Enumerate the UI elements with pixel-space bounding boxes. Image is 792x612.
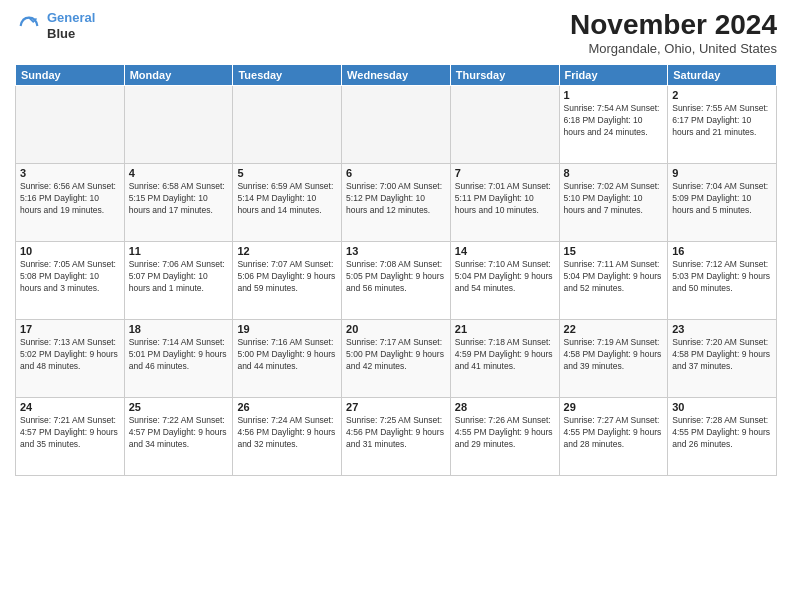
day-number: 30 [672, 401, 772, 413]
calendar-cell [342, 85, 451, 163]
calendar-cell: 5Sunrise: 6:59 AM Sunset: 5:14 PM Daylig… [233, 163, 342, 241]
calendar-cell: 12Sunrise: 7:07 AM Sunset: 5:06 PM Dayli… [233, 241, 342, 319]
calendar-week-row: 17Sunrise: 7:13 AM Sunset: 5:02 PM Dayli… [16, 319, 777, 397]
calendar-cell [450, 85, 559, 163]
day-info: Sunrise: 7:19 AM Sunset: 4:58 PM Dayligh… [564, 337, 664, 373]
day-number: 8 [564, 167, 664, 179]
day-info: Sunrise: 7:01 AM Sunset: 5:11 PM Dayligh… [455, 181, 555, 217]
calendar-day-header: Friday [559, 64, 668, 85]
day-info: Sunrise: 6:59 AM Sunset: 5:14 PM Dayligh… [237, 181, 337, 217]
calendar-day-header: Wednesday [342, 64, 451, 85]
calendar-header-row: SundayMondayTuesdayWednesdayThursdayFrid… [16, 64, 777, 85]
day-number: 23 [672, 323, 772, 335]
calendar-cell: 11Sunrise: 7:06 AM Sunset: 5:07 PM Dayli… [124, 241, 233, 319]
day-info: Sunrise: 6:58 AM Sunset: 5:15 PM Dayligh… [129, 181, 229, 217]
day-info: Sunrise: 7:27 AM Sunset: 4:55 PM Dayligh… [564, 415, 664, 451]
calendar-cell: 9Sunrise: 7:04 AM Sunset: 5:09 PM Daylig… [668, 163, 777, 241]
day-number: 19 [237, 323, 337, 335]
calendar-cell [124, 85, 233, 163]
day-info: Sunrise: 7:24 AM Sunset: 4:56 PM Dayligh… [237, 415, 337, 451]
calendar-cell: 21Sunrise: 7:18 AM Sunset: 4:59 PM Dayli… [450, 319, 559, 397]
calendar-day-header: Tuesday [233, 64, 342, 85]
day-info: Sunrise: 7:05 AM Sunset: 5:08 PM Dayligh… [20, 259, 120, 295]
title-block: November 2024 Morgandale, Ohio, United S… [570, 10, 777, 56]
day-number: 2 [672, 89, 772, 101]
day-number: 24 [20, 401, 120, 413]
calendar-week-row: 1Sunrise: 7:54 AM Sunset: 6:18 PM Daylig… [16, 85, 777, 163]
day-info: Sunrise: 7:06 AM Sunset: 5:07 PM Dayligh… [129, 259, 229, 295]
calendar-cell: 22Sunrise: 7:19 AM Sunset: 4:58 PM Dayli… [559, 319, 668, 397]
day-number: 13 [346, 245, 446, 257]
day-number: 17 [20, 323, 120, 335]
day-number: 22 [564, 323, 664, 335]
day-info: Sunrise: 7:17 AM Sunset: 5:00 PM Dayligh… [346, 337, 446, 373]
month-title: November 2024 [570, 10, 777, 41]
calendar-cell: 19Sunrise: 7:16 AM Sunset: 5:00 PM Dayli… [233, 319, 342, 397]
day-number: 21 [455, 323, 555, 335]
calendar-cell: 24Sunrise: 7:21 AM Sunset: 4:57 PM Dayli… [16, 397, 125, 475]
day-info: Sunrise: 7:00 AM Sunset: 5:12 PM Dayligh… [346, 181, 446, 217]
day-number: 25 [129, 401, 229, 413]
day-number: 26 [237, 401, 337, 413]
calendar-cell: 18Sunrise: 7:14 AM Sunset: 5:01 PM Dayli… [124, 319, 233, 397]
calendar-cell: 2Sunrise: 7:55 AM Sunset: 6:17 PM Daylig… [668, 85, 777, 163]
day-info: Sunrise: 6:56 AM Sunset: 5:16 PM Dayligh… [20, 181, 120, 217]
day-number: 27 [346, 401, 446, 413]
day-info: Sunrise: 7:04 AM Sunset: 5:09 PM Dayligh… [672, 181, 772, 217]
calendar-day-header: Monday [124, 64, 233, 85]
day-number: 15 [564, 245, 664, 257]
calendar-cell: 29Sunrise: 7:27 AM Sunset: 4:55 PM Dayli… [559, 397, 668, 475]
header: General Blue November 2024 Morgandale, O… [15, 10, 777, 56]
calendar-day-header: Sunday [16, 64, 125, 85]
calendar-cell: 20Sunrise: 7:17 AM Sunset: 5:00 PM Dayli… [342, 319, 451, 397]
calendar-week-row: 10Sunrise: 7:05 AM Sunset: 5:08 PM Dayli… [16, 241, 777, 319]
day-info: Sunrise: 7:54 AM Sunset: 6:18 PM Dayligh… [564, 103, 664, 139]
day-number: 11 [129, 245, 229, 257]
day-number: 14 [455, 245, 555, 257]
day-number: 3 [20, 167, 120, 179]
day-info: Sunrise: 7:28 AM Sunset: 4:55 PM Dayligh… [672, 415, 772, 451]
calendar-week-row: 3Sunrise: 6:56 AM Sunset: 5:16 PM Daylig… [16, 163, 777, 241]
calendar-table: SundayMondayTuesdayWednesdayThursdayFrid… [15, 64, 777, 476]
day-info: Sunrise: 7:21 AM Sunset: 4:57 PM Dayligh… [20, 415, 120, 451]
calendar-cell: 7Sunrise: 7:01 AM Sunset: 5:11 PM Daylig… [450, 163, 559, 241]
day-info: Sunrise: 7:26 AM Sunset: 4:55 PM Dayligh… [455, 415, 555, 451]
day-info: Sunrise: 7:25 AM Sunset: 4:56 PM Dayligh… [346, 415, 446, 451]
day-number: 9 [672, 167, 772, 179]
calendar-cell: 6Sunrise: 7:00 AM Sunset: 5:12 PM Daylig… [342, 163, 451, 241]
logo-text: General Blue [47, 10, 95, 41]
day-info: Sunrise: 7:18 AM Sunset: 4:59 PM Dayligh… [455, 337, 555, 373]
calendar-cell: 1Sunrise: 7:54 AM Sunset: 6:18 PM Daylig… [559, 85, 668, 163]
page-container: General Blue November 2024 Morgandale, O… [0, 0, 792, 481]
calendar-cell: 3Sunrise: 6:56 AM Sunset: 5:16 PM Daylig… [16, 163, 125, 241]
day-info: Sunrise: 7:11 AM Sunset: 5:04 PM Dayligh… [564, 259, 664, 295]
calendar-cell: 15Sunrise: 7:11 AM Sunset: 5:04 PM Dayli… [559, 241, 668, 319]
day-info: Sunrise: 7:13 AM Sunset: 5:02 PM Dayligh… [20, 337, 120, 373]
day-number: 29 [564, 401, 664, 413]
calendar-cell: 26Sunrise: 7:24 AM Sunset: 4:56 PM Dayli… [233, 397, 342, 475]
day-info: Sunrise: 7:16 AM Sunset: 5:00 PM Dayligh… [237, 337, 337, 373]
day-number: 7 [455, 167, 555, 179]
calendar-day-header: Saturday [668, 64, 777, 85]
calendar-cell: 30Sunrise: 7:28 AM Sunset: 4:55 PM Dayli… [668, 397, 777, 475]
calendar-cell: 17Sunrise: 7:13 AM Sunset: 5:02 PM Dayli… [16, 319, 125, 397]
day-number: 28 [455, 401, 555, 413]
svg-rect-0 [15, 12, 43, 40]
day-info: Sunrise: 7:14 AM Sunset: 5:01 PM Dayligh… [129, 337, 229, 373]
calendar-cell [16, 85, 125, 163]
day-number: 6 [346, 167, 446, 179]
calendar-cell: 16Sunrise: 7:12 AM Sunset: 5:03 PM Dayli… [668, 241, 777, 319]
logo-icon [15, 12, 43, 40]
calendar-cell: 10Sunrise: 7:05 AM Sunset: 5:08 PM Dayli… [16, 241, 125, 319]
calendar-cell: 4Sunrise: 6:58 AM Sunset: 5:15 PM Daylig… [124, 163, 233, 241]
day-info: Sunrise: 7:12 AM Sunset: 5:03 PM Dayligh… [672, 259, 772, 295]
day-info: Sunrise: 7:08 AM Sunset: 5:05 PM Dayligh… [346, 259, 446, 295]
day-number: 10 [20, 245, 120, 257]
calendar-day-header: Thursday [450, 64, 559, 85]
logo: General Blue [15, 10, 95, 41]
calendar-cell: 28Sunrise: 7:26 AM Sunset: 4:55 PM Dayli… [450, 397, 559, 475]
day-number: 12 [237, 245, 337, 257]
day-info: Sunrise: 7:07 AM Sunset: 5:06 PM Dayligh… [237, 259, 337, 295]
day-info: Sunrise: 7:20 AM Sunset: 4:58 PM Dayligh… [672, 337, 772, 373]
day-number: 18 [129, 323, 229, 335]
